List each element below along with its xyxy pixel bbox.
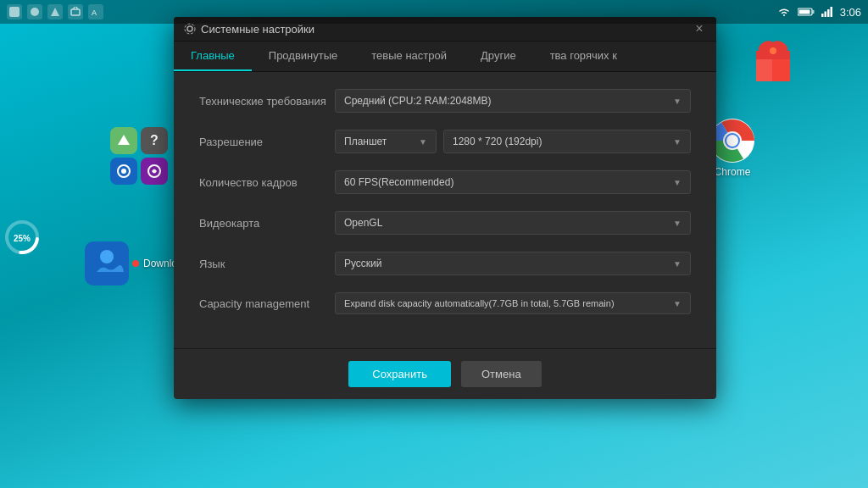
select-capacity[interactable]: Expand disk capacity automatically(7.7GB… (335, 292, 691, 314)
tab-hotkeys[interactable]: тва горячих к (533, 42, 634, 71)
desktop: A 3:06 (0, 0, 868, 488)
select-res-type[interactable]: Планшет ▼ (335, 130, 437, 153)
label-capacity: Capacity management (199, 297, 335, 310)
svg-point-31 (185, 24, 195, 34)
svg-rect-0 (9, 7, 19, 17)
control-fps: 60 FPS(Recommended) ▼ (335, 170, 691, 194)
svg-rect-10 (827, 9, 830, 17)
label-gpu: Видеокарта (199, 217, 335, 230)
progress-value: 25% (14, 234, 31, 243)
chevron-down-icon-6: ▼ (673, 259, 682, 269)
svg-point-24 (121, 169, 126, 174)
svg-rect-11 (830, 7, 832, 17)
progress-circle: 25% (3, 219, 41, 256)
tab-main[interactable]: Главные (174, 42, 252, 71)
app-icon-blue-circle[interactable] (110, 158, 137, 185)
chrome-icon-label: Chrome (715, 166, 751, 178)
battery-icon (798, 7, 815, 17)
taskbar-left: A (7, 4, 103, 19)
svg-text:A: A (92, 8, 97, 17)
control-resolution: Планшет ▼ 1280 * 720 (192dpi) ▼ (335, 130, 691, 153)
app-icon-purple[interactable] (141, 158, 168, 185)
select-fps[interactable]: 60 FPS(Recommended) ▼ (335, 170, 691, 194)
chrome-icon (710, 119, 754, 163)
row-gpu: Видеокарта OpenGL ▼ (199, 211, 691, 235)
svg-rect-9 (824, 12, 826, 18)
select-res-value[interactable]: 1280 * 720 (192dpi) ▼ (443, 130, 691, 153)
svg-point-17 (770, 47, 776, 54)
row-capacity: Capacity management Expand disk capacity… (199, 292, 691, 314)
taskbar-icon-2 (27, 4, 42, 19)
download-master-icon (85, 241, 129, 286)
control-language: Русский ▼ (335, 252, 691, 275)
chevron-down-icon-7: ▼ (673, 299, 682, 308)
app-row-1: ? (110, 127, 168, 154)
control-gpu: OpenGL ▼ (335, 211, 691, 235)
svg-rect-7 (798, 10, 810, 14)
dialog-title-text: Системные настройки (201, 23, 314, 36)
app-row-2 (110, 158, 168, 185)
row-resolution: Разрешение Планшет ▼ 1280 * 720 (192dpi)… (199, 130, 691, 153)
taskbar-icon-3 (47, 4, 63, 19)
left-apps-container: ? (110, 127, 168, 185)
save-button[interactable]: Сохранить (348, 361, 451, 387)
tab-other[interactable]: Другие (464, 42, 533, 71)
select-tech-req[interactable]: Средний (CPU:2 RAM:2048MB) ▼ (335, 89, 691, 113)
svg-marker-2 (51, 8, 59, 16)
taskbar: A 3:06 (0, 0, 868, 24)
svg-rect-8 (821, 14, 824, 17)
app-icon-question[interactable]: ? (141, 127, 168, 154)
select-language[interactable]: Русский ▼ (335, 252, 691, 275)
notification-dot (132, 260, 139, 267)
label-language: Язык (199, 258, 335, 270)
svg-rect-6 (812, 10, 814, 14)
row-language: Язык Русский ▼ (199, 252, 691, 275)
app-icon-green[interactable] (110, 127, 137, 154)
clock-display: 3:06 (840, 6, 861, 19)
settings-dialog: Системные настройки × Главные Продвинуты… (174, 17, 716, 399)
label-fps: Количество кадров (199, 176, 335, 189)
taskbar-right: 3:06 (777, 6, 861, 19)
select-gpu[interactable]: OpenGL ▼ (335, 211, 691, 235)
control-tech-req: Средний (CPU:2 RAM:2048MB) ▼ (335, 89, 691, 113)
wifi-icon (777, 7, 791, 17)
taskbar-icon-4 (68, 4, 83, 19)
label-tech-req: Технические требования (199, 95, 335, 108)
dialog-tabs: Главные Продвинутые тевые настрой Другие… (174, 42, 716, 72)
svg-point-22 (726, 135, 738, 147)
control-capacity: Expand disk capacity automatically(7.7GB… (335, 292, 691, 314)
row-tech-req: Технические требования Средний (CPU:2 RA… (199, 89, 691, 113)
chevron-down-icon-2: ▼ (419, 137, 427, 147)
chevron-down-icon-4: ▼ (673, 178, 682, 187)
dialog-title-area: Системные настройки (184, 23, 314, 36)
dialog-close-button[interactable]: × (693, 22, 706, 36)
tab-custom[interactable]: тевые настрой (354, 42, 464, 71)
svg-rect-3 (71, 9, 80, 15)
taskbar-icon-5: A (88, 4, 103, 19)
dialog-content: Технические требования Средний (CPU:2 RA… (174, 72, 716, 348)
dialog-footer: Сохранить Отмена (174, 348, 716, 399)
chevron-down-icon: ▼ (673, 97, 682, 106)
label-resolution: Разрешение (199, 136, 335, 148)
chevron-down-icon-3: ▼ (673, 137, 682, 147)
gift-icon-container[interactable] (753, 34, 793, 85)
settings-icon (184, 23, 196, 35)
row-fps: Количество кадров 60 FPS(Recommended) ▼ (199, 170, 691, 194)
signal-icon (821, 7, 833, 17)
taskbar-icon-1 (7, 4, 22, 19)
svg-point-30 (187, 26, 192, 31)
svg-point-1 (31, 8, 39, 16)
chevron-down-icon-5: ▼ (673, 219, 682, 228)
tab-advanced[interactable]: Продвинутые (252, 42, 354, 71)
cancel-button[interactable]: Отмена (461, 361, 542, 387)
svg-point-29 (100, 250, 114, 263)
gift-icon (753, 34, 793, 81)
svg-rect-18 (756, 59, 772, 81)
